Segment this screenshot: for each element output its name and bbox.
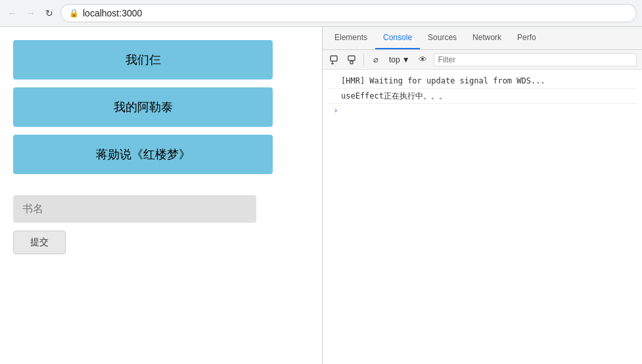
browser-toolbar: ← → ↻ 🔒 localhost:3000 <box>0 0 642 26</box>
svg-rect-0 <box>331 56 337 61</box>
devtools-panel: Elements Console Sources Network Perfo <box>322 27 642 364</box>
chevron-down-icon: ▼ <box>402 55 410 64</box>
tab-network[interactable]: Network <box>465 27 509 49</box>
console-filter-input[interactable] <box>434 53 637 66</box>
page-content: 我们仨 我的阿勒泰 蒋勋说《红楼梦》 提交 <box>0 27 322 364</box>
address-bar[interactable]: 🔒 localhost:3000 <box>60 4 637 22</box>
book-name-input[interactable] <box>13 195 256 223</box>
console-line-1: useEffect正在执行中。。。 <box>328 89 637 104</box>
context-selector[interactable]: top ▼ <box>386 54 413 66</box>
console-line-0: [HMR] Waiting for update signal from WDS… <box>328 74 637 89</box>
browser-chrome: ← → ↻ 🔒 localhost:3000 <box>0 0 642 27</box>
back-button[interactable]: ← <box>5 6 20 20</box>
btn-women[interactable]: 我们仨 <box>13 40 273 80</box>
context-label: top <box>389 55 400 64</box>
eye-icon[interactable]: 👁 <box>417 53 430 66</box>
device-icon[interactable] <box>345 53 358 66</box>
address-text: localhost:3000 <box>83 8 142 18</box>
tab-console[interactable]: Console <box>375 27 420 49</box>
lock-icon: 🔒 <box>69 9 79 18</box>
reload-button[interactable]: ↻ <box>42 6 57 20</box>
inspect-icon[interactable] <box>328 53 341 66</box>
console-prompt[interactable]: › <box>328 104 637 116</box>
btn-aletai[interactable]: 我的阿勒泰 <box>13 87 273 127</box>
svg-rect-3 <box>348 56 355 60</box>
input-section: 提交 <box>13 195 309 254</box>
forward-button[interactable]: → <box>24 6 38 20</box>
devtools-toolbar: ⌀ top ▼ 👁 <box>323 50 642 70</box>
console-output: [HMR] Waiting for update signal from WDS… <box>323 70 642 364</box>
devtools-tabs: Elements Console Sources Network Perfo <box>323 27 642 50</box>
clear-console-icon[interactable]: ⌀ <box>369 53 382 66</box>
tab-perfo[interactable]: Perfo <box>509 27 544 49</box>
tab-sources[interactable]: Sources <box>420 27 465 49</box>
tab-elements[interactable]: Elements <box>327 27 375 49</box>
svg-rect-4 <box>350 61 353 64</box>
btn-hongloumeng[interactable]: 蒋勋说《红楼梦》 <box>13 135 273 174</box>
toolbar-divider <box>363 54 364 66</box>
submit-button[interactable]: 提交 <box>13 231 66 254</box>
prompt-icon: › <box>333 105 338 115</box>
main-area: 我们仨 我的阿勒泰 蒋勋说《红楼梦》 提交 Elements Console S… <box>0 27 642 364</box>
